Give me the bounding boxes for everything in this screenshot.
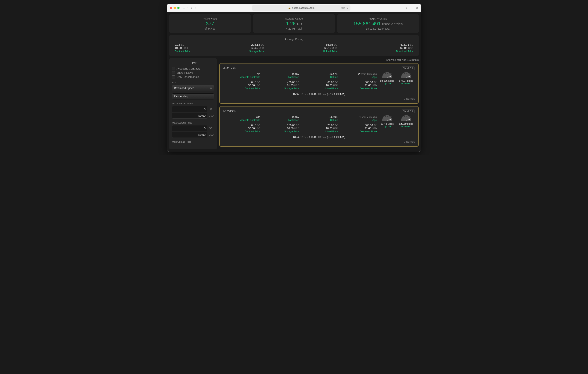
accepts-col: No Accepts Contracts 0.15 SC $0.00 USD C… <box>223 72 260 90</box>
card-value: 155,861,491 used entries <box>340 21 416 27</box>
share-icon[interactable]: ⇪ <box>405 6 408 10</box>
select-arrows-icon: ▲▼ <box>210 86 212 90</box>
forward-button[interactable]: › <box>195 6 197 10</box>
browser-window: ☰ ▾ ‹ › 🔒 hosts.siacentral.com ⌨ ↻ ⇪ + ⧉… <box>167 4 421 151</box>
card-title: Storage Usage <box>256 17 332 20</box>
upload-gauge: 51.43 Mbps Upload <box>379 115 396 133</box>
host-storage-summary: 13.54 TB Free / 15.00 TB Total (9.73% ut… <box>223 136 415 139</box>
sort-select[interactable]: Download Speed ▲▼ <box>172 85 214 91</box>
back-button[interactable]: ‹ <box>190 6 193 10</box>
max-storage-sc-input[interactable]: 0 <box>172 125 207 131</box>
pricing-title: Average Pricing <box>175 38 413 41</box>
host-id: d441be7b <box>223 66 236 70</box>
download-gauge: 623.69 Mbps Download <box>398 115 415 133</box>
uptime-col: 94.69% Uptime 75.00 SC $0.25 USD Upload … <box>301 115 338 133</box>
external-link-icon: ↗ <box>404 141 406 143</box>
host-version-badge: Sia v1.5.9 <box>401 66 415 70</box>
select-arrows-icon: ▲▼ <box>210 95 212 98</box>
card-sub: 18,015,271,184 total <box>340 27 416 30</box>
accepts-col: Yes Accepts Contracts 0.15 SC $0.00 USD … <box>223 115 260 133</box>
host-card[interactable]: b893195b Sia v1.5.9 Yes Accepts Contract… <box>219 106 419 147</box>
host-storage-summary: 15.97 TB Free / 16.00 TB Total (0.19% ut… <box>223 92 415 96</box>
upload-price-col: 55.85 SC $0.19 USD Upload Price <box>323 43 337 53</box>
accepting-contracts-checkbox[interactable]: Accepting Contracts <box>172 67 214 70</box>
max-storage-usd-input[interactable]: $0.00 <box>172 132 207 138</box>
max-contract-usd-input[interactable]: $0.00 <box>172 113 207 119</box>
card-value: 1.26 PB <box>256 21 332 27</box>
showing-count: Showing 401 / 84,493 hosts <box>219 58 419 61</box>
card-value: 377 <box>172 21 248 27</box>
card-sub: 4.20 PB Total <box>256 27 332 30</box>
address-bar[interactable]: 🔒 hosts.siacentral.com ⌨ ↻ <box>252 5 350 11</box>
gauge-icon <box>401 115 411 121</box>
upload-gauge: 68.076 Mbps Upload <box>379 72 396 90</box>
host-id: b893195b <box>223 109 236 113</box>
checkbox-icon[interactable] <box>172 67 175 70</box>
reload-icon[interactable]: ↻ <box>346 6 348 9</box>
order-select[interactable]: Descending ▲▼ <box>172 93 214 99</box>
storage-usage-card: Storage Usage 1.26 PB 4.20 PB Total <box>253 14 335 33</box>
card-title: Registry Usage <box>340 17 416 20</box>
max-contract-label: Max Contract Price <box>172 102 214 105</box>
checkbox-icon[interactable] <box>172 71 175 74</box>
close-icon[interactable] <box>170 7 172 9</box>
registry-usage-card: Registry Usage 155,861,491 used entries … <box>337 14 419 33</box>
sort-label: Sort <box>172 81 214 84</box>
average-pricing-card: Average Pricing 0.16 SC $0.00 USD Contra… <box>169 35 419 56</box>
traffic-lights <box>170 7 179 9</box>
host-version-badge: Sia v1.5.9 <box>401 109 415 113</box>
minimize-icon[interactable] <box>174 7 176 9</box>
contract-price-col: 0.16 SC $0.00 USD Contract Price <box>175 43 190 53</box>
storage-price-col: 208.13 SC $0.69 USD Storage Price <box>249 43 264 53</box>
maximize-icon[interactable] <box>177 7 179 9</box>
filter-sidebar: Filter Accepting Contracts Show Inactive… <box>169 58 217 149</box>
gauge-icon <box>382 72 392 78</box>
download-price-col: 616.71 SC $2.05 USD Download Price <box>396 43 413 53</box>
active-hosts-card: Active Hosts 377 of 84,493 <box>169 14 251 33</box>
chevron-down-icon[interactable]: ▾ <box>187 7 188 9</box>
show-inactive-checkbox[interactable]: Show Inactive <box>172 71 214 74</box>
max-upload-label: Max Upload Price <box>172 140 214 143</box>
card-title: Active Hosts <box>172 17 248 20</box>
host-card[interactable]: d441be7b Sia v1.5.9 No Accepts Contracts… <box>219 63 419 104</box>
download-gauge: 677.87 Mbps Download <box>398 72 415 90</box>
sidebar-toggle-icon[interactable]: ☰ <box>183 6 185 10</box>
titlebar: ☰ ▾ ‹ › 🔒 hosts.siacentral.com ⌨ ↻ ⇪ + ⧉ <box>167 4 421 12</box>
age-col: 2 years 8 months Age 500.00 SC $1.66 USD… <box>340 72 377 90</box>
checkbox-icon[interactable] <box>172 75 175 78</box>
lastseen-col: Today Last Seen 150.00 SC $0.50 USD Stor… <box>262 115 299 133</box>
gauge-icon <box>382 115 392 121</box>
siastats-link[interactable]: ↗SiaStats <box>404 141 415 143</box>
page-content: Active Hosts 377 of 84,493 Storage Usage… <box>167 12 421 151</box>
gauge-icon <box>401 72 411 78</box>
tabs-icon[interactable]: ⧉ <box>416 6 418 10</box>
lock-icon: 🔒 <box>288 6 291 9</box>
new-tab-icon[interactable]: + <box>411 6 413 10</box>
external-link-icon: ↗ <box>404 98 406 100</box>
lastseen-col: Today Last Seen 400.00 SC $1.33 USD Stor… <box>262 72 299 90</box>
translate-icon[interactable]: ⌨ <box>341 6 345 9</box>
uptime-col: 95.47% Uptime 60.00 SC $0.20 USD Upload … <box>301 72 338 90</box>
filter-title: Filter <box>172 61 214 65</box>
siastats-link[interactable]: ↗SiaStats <box>404 98 415 100</box>
age-col: 1 year 7 months Age 500.00 SC $1.66 USD … <box>340 115 377 133</box>
card-sub: of 84,493 <box>172 27 248 30</box>
host-list: Showing 401 / 84,493 hosts d441be7b Sia … <box>219 58 419 149</box>
max-storage-label: Max Storage Price <box>172 121 214 124</box>
max-contract-sc-input[interactable]: 0 <box>172 106 207 112</box>
url-text: hosts.siacentral.com <box>292 6 315 9</box>
only-benchmarked-checkbox[interactable]: Only Benchmarked <box>172 75 214 78</box>
